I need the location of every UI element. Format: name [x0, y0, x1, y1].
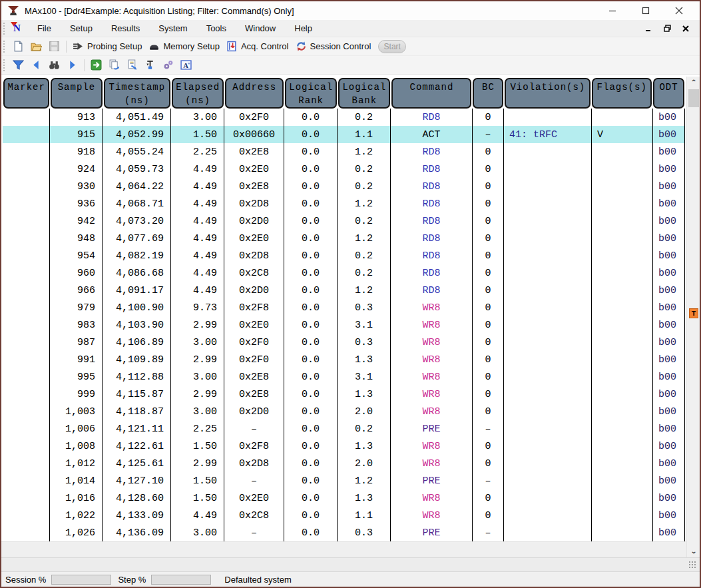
trigger-marker-badge[interactable]: T [689, 308, 698, 318]
table-row[interactable]: 1,0064,121.112.25–0.00.2PRE–b00 [3, 420, 685, 438]
settings-button[interactable] [159, 58, 177, 72]
mdi-minimize-button[interactable] [642, 23, 654, 34]
cell-logical-rank: 0.0 [284, 178, 338, 195]
table-row[interactable]: 1,0034,118.873.000x2D00.02.0WR80b00 [3, 403, 685, 420]
cell-address: 0x2D0 [224, 282, 284, 299]
table-row[interactable]: 1,0224,133.094.490x2C80.01.1WR80b00 [3, 507, 685, 524]
scrollbar-thumb[interactable] [688, 89, 699, 107]
resize-grip[interactable] [688, 561, 697, 569]
cell-command: WR8 [391, 334, 473, 351]
cell-address: 0x2E8 [224, 178, 284, 195]
cell-timestamp: 4,136.09 [103, 524, 171, 541]
find-next-button[interactable] [63, 58, 81, 72]
maximize-button[interactable] [637, 4, 654, 17]
export-listing-button[interactable] [123, 58, 141, 72]
memory-setup-button[interactable]: Memory Setup [145, 39, 223, 53]
start-button[interactable]: Start [378, 40, 406, 53]
table-row[interactable]: 1,0084,122.611.500x2F80.01.3WR80b00 [3, 438, 685, 455]
table-row[interactable]: 9544,082.194.490x2D80.00.2RD80b00 [3, 247, 685, 264]
table-row[interactable]: 9954,112.883.000x2E80.03.1WR80b00 [3, 368, 685, 386]
minimize-button[interactable] [604, 4, 621, 17]
cell-timestamp: 4,121.11 [103, 420, 171, 438]
table-row[interactable]: 1,0124,125.612.990x2D80.02.0WR80b00 [3, 455, 685, 472]
cell-logical-rank: 0.0 [284, 386, 338, 403]
table-row[interactable]: 9664,091.174.490x2D00.01.2RD80b00 [3, 282, 685, 299]
table-row[interactable]: 9484,077.694.490x2E00.01.2RD80b00 [3, 230, 685, 247]
table-row[interactable]: 9914,109.892.990x2F00.01.3WR80b00 [3, 351, 685, 368]
table-row[interactable]: 9604,086.684.490x2C80.00.2RD80b00 [3, 264, 685, 282]
save-button[interactable] [45, 39, 63, 53]
open-file-button[interactable] [27, 39, 45, 53]
menu-setup[interactable]: Setup [61, 21, 102, 36]
menu-results[interactable]: Results [102, 21, 149, 36]
column-header-command[interactable]: Command [391, 78, 471, 109]
cell-violation [504, 368, 592, 386]
cell-flags [592, 386, 653, 403]
menu-system[interactable]: System [149, 21, 196, 36]
cell-flags [592, 264, 653, 282]
session-control-button[interactable]: Session Control [292, 39, 375, 53]
column-header-odt[interactable]: ODT [653, 78, 684, 109]
table-row[interactable]: 9244,059.734.490x2E00.00.2RD80b00 [3, 160, 685, 178]
acq-control-button[interactable]: Acq. Control [223, 39, 292, 53]
find-previous-button[interactable] [27, 58, 45, 72]
copy-listing-button[interactable] [105, 58, 123, 72]
table-row[interactable]: 9134,051.493.000x2F00.00.2RD80b00 [3, 109, 685, 126]
cell-marker [3, 316, 50, 334]
menu-help[interactable]: Help [285, 21, 322, 36]
table-row[interactable]: 9874,106.893.000x2F00.00.3WR80b00 [3, 334, 685, 351]
table-row[interactable]: 9184,055.242.250x2E80.01.2RD80b00 [3, 143, 685, 160]
cell-command: RD8 [391, 178, 473, 195]
mdi-restore-button[interactable] [661, 23, 673, 34]
cell-logical-rank: 0.0 [284, 403, 338, 420]
cell-violation [504, 472, 592, 489]
table-row[interactable]: 9154,052.991.500x006600.01.1ACT–41: tRFC… [3, 126, 685, 143]
column-header-bc[interactable]: BC [473, 78, 503, 109]
column-header-elapsed[interactable]: Elapsed (ns) [172, 78, 224, 109]
toolbar-separator [84, 59, 85, 71]
column-header-logical-bank[interactable]: Logical Bank [338, 78, 390, 109]
horizontal-scrollbar[interactable] [1, 541, 686, 557]
copy-pages-icon [109, 59, 120, 71]
cell-elapsed: 4.49 [171, 247, 224, 264]
table-row[interactable]: 1,0144,127.101.50–0.01.2PRE–b00 [3, 472, 685, 489]
table-row[interactable]: 1,0164,128.601.500x2E00.01.3WR80b00 [3, 489, 685, 507]
column-header-logical-rank[interactable]: Logical Rank [285, 78, 337, 109]
column-header-address[interactable]: Address [225, 78, 284, 109]
vertical-scrollbar[interactable]: ⌃ T ⌄ [686, 77, 700, 557]
table-row[interactable]: 1,0264,136.093.00–0.00.3PRE–b00 [3, 524, 685, 541]
column-header-marker[interactable]: Marker [3, 78, 49, 109]
cell-violation [504, 420, 592, 438]
scroll-down-button[interactable]: ⌄ [687, 546, 700, 557]
table-row[interactable]: 9364,068.714.490x2D80.01.2RD80b00 [3, 195, 685, 212]
marker-setup-button[interactable] [141, 58, 159, 72]
goto-button[interactable] [87, 58, 105, 72]
cell-violation [504, 316, 592, 334]
scroll-up-button[interactable]: ⌃ [687, 77, 700, 88]
cell-marker [3, 299, 50, 316]
column-header-violations[interactable]: Violation(s) [505, 78, 590, 109]
cell-sample: 1,003 [50, 403, 103, 420]
table-row[interactable]: 9994,115.872.990x2E80.01.3WR80b00 [3, 386, 685, 403]
table-row[interactable]: 9834,103.902.990x2E00.03.1WR80b00 [3, 316, 685, 334]
probing-setup-button[interactable]: Probing Setup [69, 39, 145, 53]
table-row[interactable]: 9424,073.204.490x2D00.00.2RD80b00 [3, 212, 685, 230]
filter-button[interactable] [9, 58, 27, 72]
open-folder-icon [31, 41, 42, 52]
close-button[interactable] [670, 4, 688, 17]
cell-address: – [224, 420, 284, 438]
column-header-timestamp[interactable]: Timestamp (ns) [104, 78, 171, 109]
column-header-sample[interactable]: Sample [51, 78, 102, 109]
font-format-button[interactable]: A [177, 58, 195, 72]
mdi-close-button[interactable] [680, 23, 692, 34]
find-button[interactable] [45, 58, 63, 72]
menu-window[interactable]: Window [236, 21, 285, 36]
menu-tools[interactable]: Tools [197, 21, 236, 36]
column-header-flags[interactable]: Flags(s) [592, 78, 652, 109]
table-row[interactable]: 9304,064.224.490x2E80.00.2RD80b00 [3, 178, 685, 195]
menu-file[interactable]: File [28, 21, 61, 36]
new-file-button[interactable] [9, 39, 27, 53]
table-row[interactable]: 9794,100.909.730x2F80.00.3WR80b00 [3, 299, 685, 316]
cell-violation [504, 195, 592, 212]
document-icon[interactable]: N [11, 23, 24, 35]
